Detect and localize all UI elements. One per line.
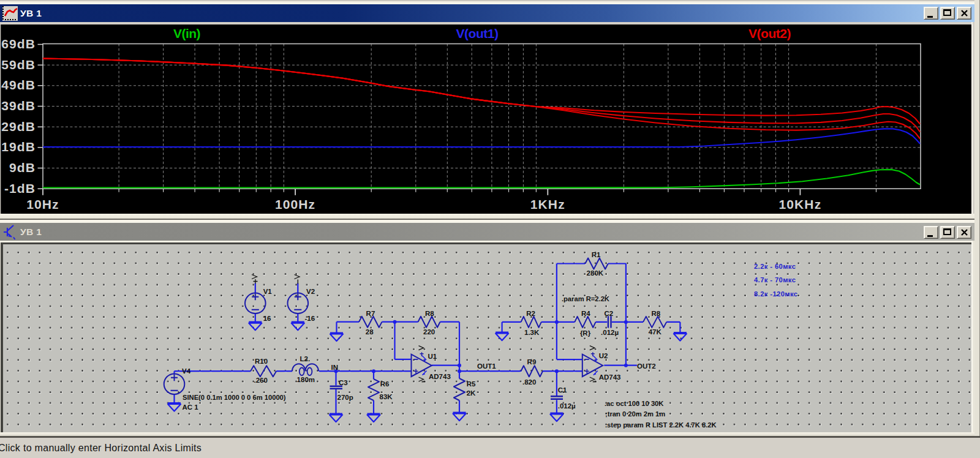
svg-text:1KHz: 1KHz — [530, 197, 565, 211]
svg-text:.012µ: .012µ — [558, 402, 576, 410]
svg-text:R10: R10 — [255, 358, 268, 365]
svg-text:10KHz: 10KHz — [779, 197, 822, 211]
svg-text:AD743: AD743 — [599, 373, 621, 380]
svg-text:OUT1: OUT1 — [477, 362, 496, 370]
svg-text:C1: C1 — [558, 386, 567, 394]
svg-text:IN: IN — [331, 363, 339, 370]
svg-text:1.3K: 1.3K — [524, 329, 540, 336]
svg-text:V1: V1 — [263, 287, 273, 295]
svg-text:C2: C2 — [604, 310, 613, 317]
svg-text:29dB: 29dB — [1, 119, 36, 133]
svg-text:R6: R6 — [380, 380, 390, 388]
svg-text:.260: .260 — [254, 377, 268, 384]
svg-text:.param R=2.2K: .param R=2.2K — [562, 295, 609, 302]
svg-text:V(out1): V(out1) — [456, 26, 499, 40]
svg-text:R9: R9 — [527, 358, 537, 365]
svg-text:;tran 0 20m 2m 1m: ;tran 0 20m 2m 1m — [605, 410, 665, 418]
svg-text:AC 1: AC 1 — [182, 403, 198, 410]
svg-text:R2: R2 — [526, 310, 535, 317]
svg-text:.820: .820 — [522, 378, 536, 385]
svg-text:OUT2: OUT2 — [637, 362, 656, 370]
svg-text:.ac oct 100 10 30K: .ac oct 100 10 30K — [605, 400, 663, 407]
svg-text:47K: 47K — [649, 328, 662, 336]
svg-text:-16: -16 — [305, 315, 315, 322]
svg-text:R1: R1 — [592, 250, 601, 258]
svg-text:V2: V2 — [306, 287, 315, 295]
svg-text:28: 28 — [366, 328, 374, 335]
svg-text:V4: V4 — [182, 367, 191, 375]
svg-text:.012µ: .012µ — [601, 329, 619, 336]
svg-text:19dB: 19dB — [1, 140, 36, 154]
svg-text:V(out2): V(out2) — [748, 26, 791, 40]
svg-text:2K: 2K — [467, 389, 476, 397]
svg-text:U2: U2 — [599, 352, 608, 359]
svg-text:69dB: 69dB — [1, 37, 36, 51]
svg-text:C3: C3 — [339, 379, 348, 386]
svg-text:R4: R4 — [581, 310, 590, 317]
svg-text:8.2к -120мкс: 8.2к -120мкс — [754, 290, 797, 297]
svg-text:{R}: {R} — [580, 329, 591, 336]
svg-text:59dB: 59dB — [1, 58, 36, 72]
svg-text:R8: R8 — [651, 310, 660, 317]
svg-text:-1dB: -1dB — [4, 181, 36, 195]
svg-text:270p: 270p — [337, 393, 353, 400]
svg-text:180m: 180m — [297, 376, 315, 383]
svg-text:100Hz: 100Hz — [275, 197, 315, 211]
svg-text:R5: R5 — [467, 380, 476, 388]
svg-text:2.2к - 60мкс: 2.2к - 60мкс — [754, 263, 796, 270]
svg-text:9dB: 9dB — [9, 160, 36, 175]
svg-text:V(in): V(in) — [173, 26, 200, 40]
svg-text:R7: R7 — [366, 309, 375, 317]
svg-text:.step param R LIST 2.2K 4.7K 8: .step param R LIST 2.2K 4.7K 8.2K — [605, 421, 717, 428]
svg-text:10Hz: 10Hz — [26, 197, 59, 211]
svg-text:AD743: AD743 — [429, 372, 451, 380]
svg-text:4.7к - 70мкс: 4.7к - 70мкс — [754, 276, 796, 283]
svg-text:220: 220 — [423, 328, 435, 335]
svg-text:83K: 83K — [380, 393, 393, 400]
svg-text:R8: R8 — [425, 309, 434, 317]
svg-text:16: 16 — [263, 315, 271, 322]
svg-text:49dB: 49dB — [1, 78, 36, 92]
svg-text:39dB: 39dB — [1, 99, 36, 113]
svg-text:L2.: L2. — [300, 355, 311, 362]
svg-text:U1: U1 — [428, 353, 437, 360]
svg-text:SINE(0 0.1m 1000 0 0 6m 10000): SINE(0 0.1m 1000 0 0 6m 10000) — [183, 394, 286, 401]
svg-text:280K: 280K — [587, 269, 604, 276]
